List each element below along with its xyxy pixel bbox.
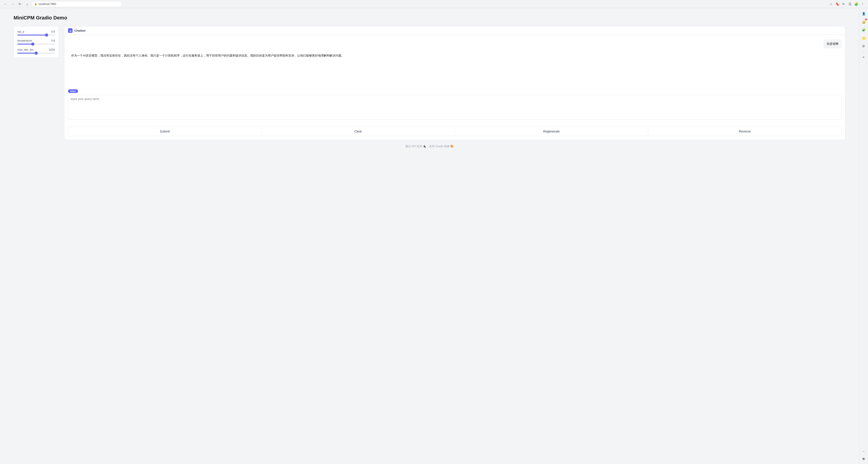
user-label: User bbox=[68, 89, 78, 93]
chatbot-title: Chatbot bbox=[74, 29, 86, 32]
reload-button[interactable]: ↻ bbox=[17, 1, 23, 7]
browser-chrome: ← → ↻ ⌂ 🔒 localhost:7860 ☆ 🔖 ↻ ☰ 🧩 ⋮ bbox=[0, 0, 868, 8]
footer-built-icon: 🎨 bbox=[450, 145, 454, 148]
refresh-button[interactable]: ↻ bbox=[841, 1, 846, 7]
clear-button[interactable]: Clear bbox=[261, 127, 455, 136]
reverse-button[interactable]: Reverse bbox=[648, 127, 841, 136]
url-text: localhost:7860 bbox=[39, 2, 56, 6]
footer-api-icon: 🔌 bbox=[423, 145, 426, 148]
sidebar-divider-1 bbox=[861, 52, 866, 52]
right-panel: ☁ Chatbot 你是谁啊 作为一个AI语言模型，我没有实体存在，因此没有个人… bbox=[64, 26, 845, 140]
notification-badge bbox=[865, 19, 867, 20]
chatbot-icon-symbol: ☁ bbox=[69, 29, 72, 32]
address-bar[interactable]: 🔒 localhost:7860 bbox=[32, 1, 122, 7]
footer-built-text: 使用 Gradio 构建 bbox=[429, 145, 450, 148]
slider-group-temperature: temperature 0.8 bbox=[18, 39, 55, 44]
left-panel: top_p 0.8 temperature 0.8 max_dec_len 10… bbox=[13, 26, 59, 57]
top-p-value: 0.8 bbox=[51, 30, 55, 33]
max-dec-len-label: max_dec_len bbox=[18, 48, 33, 51]
bot-message-text: 作为一个AI语言模型，我没有实体存在，因此没有个人身份。我只是一个计算机程序，运… bbox=[71, 54, 344, 57]
submit-button[interactable]: Submit bbox=[68, 127, 261, 136]
footer-api-text: 通过 API 使用 bbox=[405, 145, 422, 148]
star-button[interactable]: ☆ bbox=[828, 1, 834, 7]
action-buttons: Submit Clear Regenerate Reverse bbox=[68, 127, 842, 136]
user-message-text: 你是谁啊 bbox=[827, 42, 838, 45]
home-button[interactable]: ⌂ bbox=[24, 1, 30, 7]
temperature-label: temperature bbox=[18, 39, 32, 42]
sidebar-add-btn[interactable]: + bbox=[860, 54, 867, 61]
sidebar-favorites-btn[interactable]: ⭐ bbox=[860, 34, 867, 41]
forward-button[interactable]: → bbox=[10, 1, 16, 7]
slider-header-top-p: top_p 0.8 bbox=[18, 30, 55, 33]
chatbot-header: ☁ Chatbot bbox=[64, 27, 845, 35]
sidebar-toggle-button[interactable]: ☰ bbox=[847, 1, 852, 7]
back-button[interactable]: ← bbox=[3, 1, 8, 7]
lock-icon: 🔒 bbox=[34, 2, 37, 5]
chatbot-container: ☁ Chatbot 你是谁啊 作为一个AI语言模型，我没有实体存在，因此没有个人… bbox=[64, 26, 845, 140]
slider-header-temperature: temperature 0.8 bbox=[18, 39, 55, 42]
main-content: MiniCPM Gradio Demo top_p 0.8 temperatur… bbox=[0, 8, 859, 157]
sidebar-notifications-btn[interactable]: 🔔 bbox=[860, 18, 867, 25]
regenerate-button[interactable]: Regenerate bbox=[455, 127, 648, 136]
action-buttons-container: Submit Clear Regenerate Reverse bbox=[64, 127, 845, 140]
user-input-textarea[interactable] bbox=[68, 95, 842, 120]
top-p-slider[interactable] bbox=[18, 35, 55, 35]
chatbot-header-icon: ☁ bbox=[68, 28, 72, 33]
message-user-1: 你是谁啊 bbox=[824, 39, 842, 49]
extensions-button[interactable]: 🧩 bbox=[854, 1, 859, 7]
menu-button[interactable]: ⋮ bbox=[860, 1, 865, 7]
chat-messages: 你是谁啊 作为一个AI语言模型，我没有实体存在，因此没有个人身份。我只是一个计算… bbox=[64, 35, 845, 89]
app-layout: top_p 0.8 temperature 0.8 max_dec_len 10… bbox=[13, 26, 845, 140]
top-p-label: top_p bbox=[18, 30, 24, 33]
sidebar-profile-btn[interactable]: 👤 bbox=[860, 10, 867, 17]
slider-group-max-dec-len: max_dec_len 1024 bbox=[18, 48, 55, 54]
temperature-value: 0.8 bbox=[51, 39, 55, 42]
slider-group-top-p: top_p 0.8 bbox=[18, 30, 55, 35]
sidebar-extensions-btn[interactable]: 🧩 bbox=[860, 26, 867, 33]
user-section: User bbox=[64, 89, 845, 124]
right-sidebar: 👤 🔔 🧩 ⭐ ⚙ + − ⬤ bbox=[859, 8, 868, 464]
sidebar-bottom: − ⬤ bbox=[860, 448, 867, 462]
temperature-slider[interactable] bbox=[18, 44, 55, 44]
page-title: MiniCPM Gradio Demo bbox=[13, 15, 845, 21]
sidebar-circle-btn[interactable]: ⬤ bbox=[860, 455, 867, 462]
sidebar-settings-btn[interactable]: ⚙ bbox=[860, 42, 867, 50]
user-label-badge: User bbox=[68, 89, 842, 95]
max-dec-len-slider[interactable] bbox=[18, 53, 55, 54]
bookmark-button[interactable]: 🔖 bbox=[835, 1, 840, 7]
sidebar-minimize-btn[interactable]: − bbox=[860, 448, 867, 455]
footer: 通过 API 使用 🔌 使用 Gradio 构建 🎨 bbox=[13, 140, 845, 151]
browser-actions: ☆ 🔖 ↻ ☰ 🧩 ⋮ bbox=[828, 1, 865, 7]
slider-header-max-dec-len: max_dec_len 1024 bbox=[18, 48, 55, 51]
message-bot-1: 作为一个AI语言模型，我没有实体存在，因此没有个人身份。我只是一个计算机程序，运… bbox=[68, 51, 347, 60]
max-dec-len-value: 1024 bbox=[49, 48, 55, 51]
